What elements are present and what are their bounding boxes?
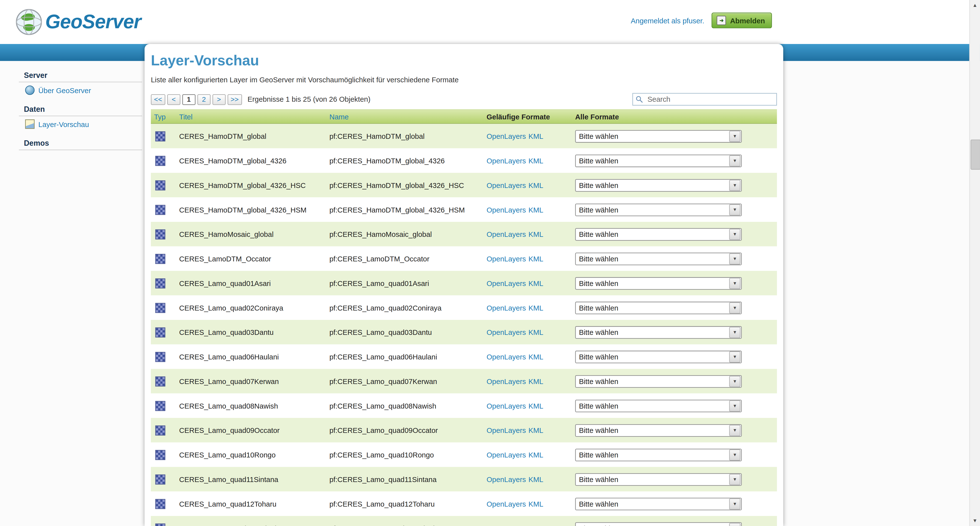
page-button-2[interactable]: 2 (197, 94, 211, 105)
page-title: Layer-Vorschau (151, 52, 777, 69)
layer-title: CERES_HamoDTM_global (178, 132, 328, 140)
all-formats-cell: Bitte wählen ▼ (574, 252, 777, 265)
layer-name: pf:CERES_Lamo_quad10Rongo (328, 451, 485, 458)
openlayers-link[interactable]: OpenLayers (487, 304, 526, 311)
kml-link[interactable]: KML (528, 329, 543, 336)
layer-name: pf:CERES_Lamo_quad06Haulani (328, 353, 485, 361)
format-select[interactable]: Bitte wählen ▼ (575, 350, 742, 363)
format-select-text: Bitte wählen (576, 475, 729, 483)
scroll-up-arrow-icon[interactable]: ▲ (970, 0, 980, 11)
type-cell (151, 401, 178, 411)
layer-name: pf:CERES_HamoDTM_global_4326 (328, 157, 485, 164)
format-select[interactable]: Bitte wählen ▼ (575, 302, 742, 314)
format-select-text: Bitte wählen (576, 451, 729, 458)
common-formats-cell: OpenLayersKML (485, 279, 574, 287)
globe-icon (15, 8, 43, 36)
format-select-text: Bitte wählen (576, 402, 729, 410)
last-page-button[interactable]: >> (228, 94, 242, 105)
common-formats-cell: OpenLayersKML (485, 500, 574, 508)
vertical-scrollbar[interactable]: ▲ ▼ (969, 0, 980, 526)
openlayers-link[interactable]: OpenLayers (487, 353, 526, 361)
common-formats-cell: OpenLayersKML (485, 353, 574, 361)
openlayers-link[interactable]: OpenLayers (487, 451, 526, 458)
openlayers-link[interactable]: OpenLayers (487, 255, 526, 262)
kml-link[interactable]: KML (528, 377, 543, 385)
kml-link[interactable]: KML (528, 279, 543, 287)
format-select[interactable]: Bitte wählen ▼ (575, 154, 742, 167)
format-select[interactable]: Bitte wählen ▼ (575, 326, 742, 338)
raster-layer-icon (155, 523, 165, 526)
all-formats-cell: Bitte wählen ▼ (574, 424, 777, 436)
format-select[interactable]: Bitte wählen ▼ (575, 522, 742, 526)
layer-title: CERES_Lamo_quad07Kerwan (178, 377, 328, 385)
kml-link[interactable]: KML (528, 181, 543, 189)
scrollbar-thumb[interactable] (970, 140, 980, 170)
dropdown-arrow-icon: ▼ (729, 180, 740, 191)
search-input[interactable] (646, 95, 774, 104)
all-formats-cell: Bitte wählen ▼ (574, 228, 777, 240)
openlayers-link[interactable]: OpenLayers (487, 475, 526, 483)
openlayers-link[interactable]: OpenLayers (487, 500, 526, 508)
format-select[interactable]: Bitte wählen ▼ (575, 130, 742, 142)
openlayers-link[interactable]: OpenLayers (487, 206, 526, 213)
openlayers-link[interactable]: OpenLayers (487, 402, 526, 410)
format-select[interactable]: Bitte wählen ▼ (575, 473, 742, 485)
scroll-down-arrow-icon[interactable]: ▼ (970, 515, 980, 526)
format-select[interactable]: Bitte wählen ▼ (575, 448, 742, 461)
raster-layer-icon (155, 156, 165, 165)
geoserver-logo[interactable]: GeoServer (15, 8, 141, 36)
sidebar-item-layer-vorschau[interactable]: Layer-Vorschau (25, 119, 145, 129)
kml-link[interactable]: KML (528, 353, 543, 361)
format-select[interactable]: Bitte wählen ▼ (575, 277, 742, 289)
column-header-titel[interactable]: Titel (178, 113, 328, 121)
page-button-1[interactable]: 1 (182, 94, 196, 105)
kml-link[interactable]: KML (528, 500, 543, 508)
logout-button[interactable]: ➜ Abmelden (712, 13, 772, 28)
layer-name: pf:CERES_Lamo_quad12Toharu (328, 500, 485, 508)
kml-link[interactable]: KML (528, 304, 543, 311)
format-select[interactable]: Bitte wählen ▼ (575, 179, 742, 191)
type-cell (151, 425, 178, 435)
common-formats-cell: OpenLayersKML (485, 329, 574, 336)
kml-link[interactable]: KML (528, 402, 543, 410)
kml-link[interactable]: KML (528, 230, 543, 238)
column-header-name[interactable]: Name (328, 113, 485, 121)
openlayers-link[interactable]: OpenLayers (487, 524, 526, 526)
openlayers-link[interactable]: OpenLayers (487, 329, 526, 336)
openlayers-link[interactable]: OpenLayers (487, 426, 526, 434)
format-select[interactable]: Bitte wählen ▼ (575, 228, 742, 240)
type-cell (151, 450, 178, 460)
next-page-button[interactable]: > (212, 94, 226, 105)
format-select[interactable]: Bitte wählen ▼ (575, 399, 742, 412)
raster-layer-icon (155, 303, 165, 313)
format-select[interactable]: Bitte wählen ▼ (575, 252, 742, 265)
openlayers-link[interactable]: OpenLayers (487, 181, 526, 189)
kml-link[interactable]: KML (528, 524, 543, 526)
common-formats-cell: OpenLayersKML (485, 230, 574, 238)
prev-page-button[interactable]: < (167, 94, 180, 105)
format-select[interactable]: Bitte wählen ▼ (575, 497, 742, 510)
sidebar-item-about-geoserver[interactable]: Über GeoServer (25, 86, 145, 95)
column-header-typ[interactable]: Typ (151, 113, 178, 121)
sidebar-item-label: Layer-Vorschau (38, 121, 89, 128)
openlayers-link[interactable]: OpenLayers (487, 230, 526, 238)
kml-link[interactable]: KML (528, 426, 543, 434)
openlayers-link[interactable]: OpenLayers (487, 377, 526, 385)
raster-layer-icon (155, 278, 165, 288)
all-formats-cell: Bitte wählen ▼ (574, 448, 777, 461)
first-page-button[interactable]: << (151, 94, 165, 105)
openlayers-link[interactable]: OpenLayers (487, 279, 526, 287)
openlayers-link[interactable]: OpenLayers (487, 132, 526, 140)
format-select[interactable]: Bitte wählen ▼ (575, 424, 742, 436)
dropdown-arrow-icon: ▼ (729, 155, 740, 166)
kml-link[interactable]: KML (528, 206, 543, 213)
format-select[interactable]: Bitte wählen ▼ (575, 375, 742, 388)
kml-link[interactable]: KML (528, 157, 543, 164)
kml-link[interactable]: KML (528, 451, 543, 458)
openlayers-link[interactable]: OpenLayers (487, 157, 526, 164)
format-select[interactable]: Bitte wählen ▼ (575, 203, 742, 216)
layer-title: CERES_Lamo_quad10Rongo (178, 451, 328, 458)
kml-link[interactable]: KML (528, 255, 543, 262)
kml-link[interactable]: KML (528, 475, 543, 483)
kml-link[interactable]: KML (528, 132, 543, 140)
